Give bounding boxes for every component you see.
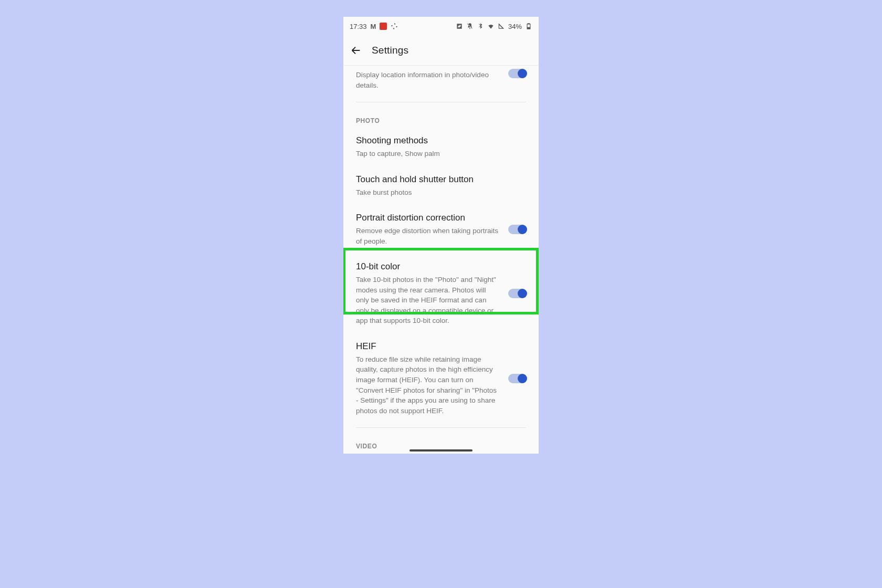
gmail-icon: M xyxy=(371,23,376,30)
battery-icon xyxy=(525,23,532,30)
notification-red-icon xyxy=(380,23,387,30)
signal-icon xyxy=(498,23,505,30)
setting-10bit-desc: Take 10-bit photos in the "Photo" and "N… xyxy=(356,275,500,326)
app-bar: Settings xyxy=(343,36,539,65)
setting-10bit-color[interactable]: 10-bit color Take 10-bit photos in the "… xyxy=(356,254,526,333)
arrow-left-icon xyxy=(350,45,362,56)
setting-heif[interactable]: HEIF To reduce file size while retaining… xyxy=(356,333,526,423)
setting-portrait-title: Portrait distortion correction xyxy=(356,212,500,224)
divider xyxy=(356,427,526,428)
setting-portrait-distortion[interactable]: Portrait distortion correction Remove ed… xyxy=(356,205,526,254)
bluetooth-icon xyxy=(477,23,484,30)
setting-focus-lock[interactable]: Focus lock Tap to lock focus on a subjec… xyxy=(356,453,526,454)
battery-percent: 34% xyxy=(508,23,522,30)
wifi-icon xyxy=(487,23,495,30)
settings-list: Location Display location information in… xyxy=(343,66,539,454)
setting-portrait-toggle[interactable] xyxy=(508,225,526,234)
setting-location-toggle[interactable] xyxy=(508,69,526,78)
setting-10bit-title: 10-bit color xyxy=(356,261,500,273)
status-bar: 17:33 M 34% xyxy=(343,17,539,36)
mute-icon xyxy=(466,23,474,30)
back-button[interactable] xyxy=(350,44,362,57)
setting-shooting-methods-desc: Tap to capture, Show palm xyxy=(356,149,526,159)
setting-10bit-toggle[interactable] xyxy=(508,289,526,298)
gesture-handle xyxy=(410,449,472,452)
pinwheel-icon xyxy=(391,23,398,30)
setting-location-desc: Display location information in photo/vi… xyxy=(356,70,500,90)
status-bar-right: 34% xyxy=(456,23,532,30)
setting-heif-title: HEIF xyxy=(356,341,500,353)
setting-location-title: Location xyxy=(356,66,500,68)
setting-portrait-desc: Remove edge distortion when taking portr… xyxy=(356,226,500,246)
setting-touch-hold-desc: Take burst photos xyxy=(356,187,526,198)
page-title: Settings xyxy=(372,45,408,56)
settings-scroll-area[interactable]: Location Display location information in… xyxy=(343,66,539,454)
section-header-photo: PHOTO xyxy=(356,107,526,128)
setting-shooting-methods[interactable]: Shooting methods Tap to capture, Show pa… xyxy=(356,128,526,166)
status-bar-left: 17:33 M xyxy=(350,23,398,30)
setting-location[interactable]: Location Display location information in… xyxy=(356,66,526,98)
divider xyxy=(356,102,526,102)
setting-heif-desc: To reduce file size while retaining imag… xyxy=(356,354,500,416)
nfc-icon xyxy=(456,23,463,30)
phone-frame: 17:33 M 34% xyxy=(343,17,539,454)
setting-touch-hold-shutter[interactable]: Touch and hold shutter button Take burst… xyxy=(356,166,526,205)
setting-touch-hold-title: Touch and hold shutter button xyxy=(356,174,526,186)
setting-heif-toggle[interactable] xyxy=(508,374,526,383)
setting-shooting-methods-title: Shooting methods xyxy=(356,135,526,147)
status-time: 17:33 xyxy=(350,23,367,30)
